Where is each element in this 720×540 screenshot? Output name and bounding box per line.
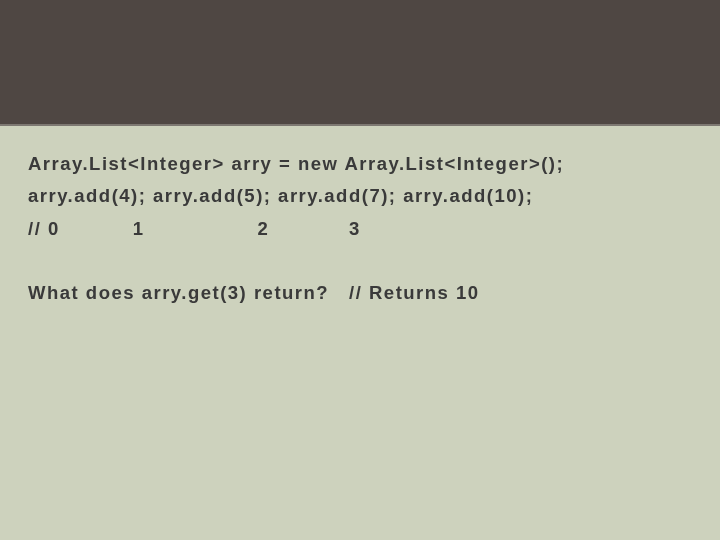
code-line-1: Array.List<Integer> arry = new Array.Lis… (28, 148, 692, 180)
code-line-2: arry.add(4); arry.add(5); arry.add(7); a… (28, 180, 692, 212)
slide-header-bar (0, 0, 720, 124)
answer-text: // Returns 10 (349, 282, 480, 303)
question-text: What does arry.get(3) return? (28, 282, 329, 303)
question-line: What does arry.get(3) return? // Returns… (28, 277, 692, 309)
slide-body: Array.List<Integer> arry = new Array.Lis… (0, 126, 720, 310)
code-line-3: // 0 1 2 3 (28, 213, 692, 245)
